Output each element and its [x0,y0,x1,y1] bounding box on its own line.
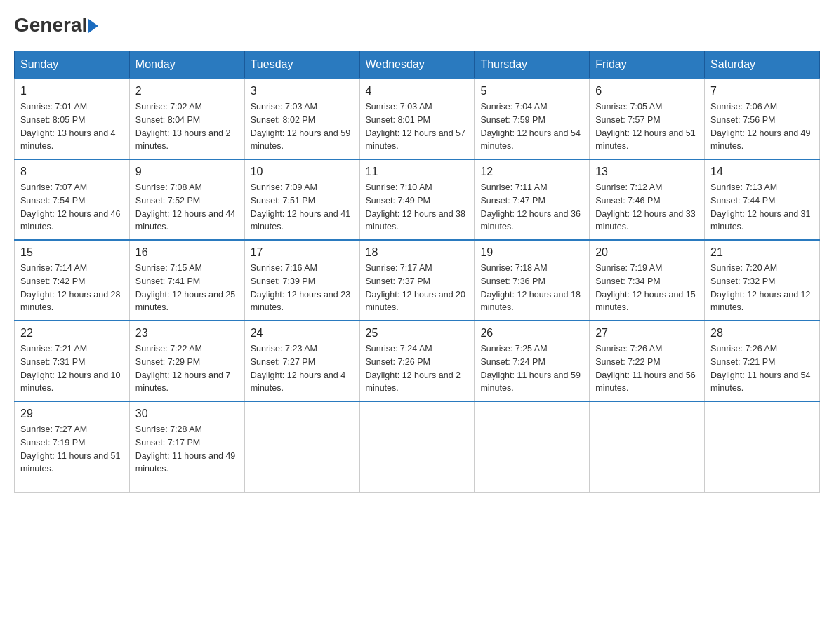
day-info: Sunrise: 7:10 AMSunset: 7:49 PMDaylight:… [366,182,465,232]
day-info: Sunrise: 7:25 AMSunset: 7:24 PMDaylight:… [480,344,580,393]
day-number: 21 [710,246,814,259]
day-number: 27 [595,327,699,340]
day-number: 25 [366,327,469,340]
calendar-cell: 29 Sunrise: 7:27 AMSunset: 7:19 PMDaylig… [15,401,130,492]
calendar-cell: 1 Sunrise: 7:01 AMSunset: 8:05 PMDayligh… [15,79,130,159]
calendar-cell: 15 Sunrise: 7:14 AMSunset: 7:42 PMDaylig… [15,240,130,321]
day-info: Sunrise: 7:19 AMSunset: 7:34 PMDaylight:… [595,263,695,312]
day-number: 3 [251,85,354,98]
day-number: 7 [710,85,814,98]
day-info: Sunrise: 7:06 AMSunset: 7:56 PMDaylight:… [710,102,810,151]
day-info: Sunrise: 7:02 AMSunset: 8:04 PMDaylight:… [135,102,231,151]
day-info: Sunrise: 7:12 AMSunset: 7:46 PMDaylight:… [595,182,695,232]
day-number: 17 [251,246,354,259]
calendar-cell [705,401,820,492]
calendar-cell: 28 Sunrise: 7:26 AMSunset: 7:21 PMDaylig… [705,321,820,401]
logo-arrow-icon [88,19,98,33]
day-info: Sunrise: 7:13 AMSunset: 7:44 PMDaylight:… [710,182,810,232]
calendar-cell: 24 Sunrise: 7:23 AMSunset: 7:27 PMDaylig… [244,321,359,401]
day-number: 20 [595,246,699,259]
header-tuesday: Tuesday [244,51,359,79]
calendar-cell: 13 Sunrise: 7:12 AMSunset: 7:46 PMDaylig… [590,159,705,240]
day-number: 28 [710,327,814,340]
week-row-4: 22 Sunrise: 7:21 AMSunset: 7:31 PMDaylig… [15,321,820,401]
calendar-cell: 7 Sunrise: 7:06 AMSunset: 7:56 PMDayligh… [705,79,820,159]
calendar-cell: 16 Sunrise: 7:15 AMSunset: 7:41 PMDaylig… [129,240,244,321]
calendar-cell: 2 Sunrise: 7:02 AMSunset: 8:04 PMDayligh… [129,79,244,159]
calendar-cell: 18 Sunrise: 7:17 AMSunset: 7:37 PMDaylig… [359,240,475,321]
day-info: Sunrise: 7:27 AMSunset: 7:19 PMDaylight:… [20,424,120,474]
logo-general: General [14,14,87,36]
week-row-2: 8 Sunrise: 7:07 AMSunset: 7:54 PMDayligh… [15,159,820,240]
logo-text: General [14,14,98,36]
calendar-cell: 9 Sunrise: 7:08 AMSunset: 7:52 PMDayligh… [129,159,244,240]
calendar-cell: 26 Sunrise: 7:25 AMSunset: 7:24 PMDaylig… [475,321,590,401]
calendar-cell [244,401,359,492]
day-number: 29 [20,408,124,420]
day-info: Sunrise: 7:17 AMSunset: 7:37 PMDaylight:… [366,263,465,312]
day-info: Sunrise: 7:24 AMSunset: 7:26 PMDaylight:… [366,344,461,393]
day-number: 4 [366,85,469,98]
day-number: 5 [480,85,583,98]
day-number: 1 [20,85,124,98]
calendar-cell: 11 Sunrise: 7:10 AMSunset: 7:49 PMDaylig… [359,159,475,240]
day-number: 23 [135,327,239,340]
day-number: 16 [135,246,239,259]
day-number: 9 [135,166,239,178]
day-number: 15 [20,246,124,259]
day-info: Sunrise: 7:18 AMSunset: 7:36 PMDaylight:… [480,263,580,312]
day-number: 8 [20,166,124,178]
day-info: Sunrise: 7:16 AMSunset: 7:39 PMDaylight:… [251,263,350,312]
week-row-5: 29 Sunrise: 7:27 AMSunset: 7:19 PMDaylig… [15,401,820,492]
calendar-cell: 12 Sunrise: 7:11 AMSunset: 7:47 PMDaylig… [475,159,590,240]
day-info: Sunrise: 7:04 AMSunset: 7:59 PMDaylight:… [480,102,580,151]
calendar-cell: 10 Sunrise: 7:09 AMSunset: 7:51 PMDaylig… [244,159,359,240]
day-number: 19 [480,246,583,259]
header-wednesday: Wednesday [359,51,475,79]
day-info: Sunrise: 7:26 AMSunset: 7:22 PMDaylight:… [595,344,695,393]
day-number: 6 [595,85,699,98]
day-info: Sunrise: 7:09 AMSunset: 7:51 PMDaylight:… [251,182,350,232]
day-info: Sunrise: 7:03 AMSunset: 8:02 PMDaylight:… [251,102,350,151]
calendar-table: Sunday Monday Tuesday Wednesday Thursday… [14,51,820,493]
day-number: 24 [251,327,354,340]
header-saturday: Saturday [705,51,820,79]
day-info: Sunrise: 7:01 AMSunset: 8:05 PMDaylight:… [20,102,116,151]
day-info: Sunrise: 7:07 AMSunset: 7:54 PMDaylight:… [20,182,120,232]
day-number: 11 [366,166,469,178]
day-number: 14 [710,166,814,178]
logo: General [14,14,98,36]
calendar-cell: 8 Sunrise: 7:07 AMSunset: 7:54 PMDayligh… [15,159,130,240]
weekday-header-row: Sunday Monday Tuesday Wednesday Thursday… [15,51,820,79]
day-number: 2 [135,85,239,98]
day-info: Sunrise: 7:03 AMSunset: 8:01 PMDaylight:… [366,102,465,151]
calendar-cell: 25 Sunrise: 7:24 AMSunset: 7:26 PMDaylig… [359,321,475,401]
header-sunday: Sunday [15,51,130,79]
calendar-cell: 14 Sunrise: 7:13 AMSunset: 7:44 PMDaylig… [705,159,820,240]
calendar-cell: 3 Sunrise: 7:03 AMSunset: 8:02 PMDayligh… [244,79,359,159]
calendar-cell: 17 Sunrise: 7:16 AMSunset: 7:39 PMDaylig… [244,240,359,321]
calendar-cell: 19 Sunrise: 7:18 AMSunset: 7:36 PMDaylig… [475,240,590,321]
week-row-1: 1 Sunrise: 7:01 AMSunset: 8:05 PMDayligh… [15,79,820,159]
day-number: 22 [20,327,124,340]
calendar-cell: 20 Sunrise: 7:19 AMSunset: 7:34 PMDaylig… [590,240,705,321]
calendar-cell: 23 Sunrise: 7:22 AMSunset: 7:29 PMDaylig… [129,321,244,401]
page-header: General [14,14,820,36]
calendar-cell: 21 Sunrise: 7:20 AMSunset: 7:32 PMDaylig… [705,240,820,321]
day-info: Sunrise: 7:26 AMSunset: 7:21 PMDaylight:… [710,344,810,393]
calendar-cell: 27 Sunrise: 7:26 AMSunset: 7:22 PMDaylig… [590,321,705,401]
calendar-cell [359,401,475,492]
calendar-cell: 22 Sunrise: 7:21 AMSunset: 7:31 PMDaylig… [15,321,130,401]
week-row-3: 15 Sunrise: 7:14 AMSunset: 7:42 PMDaylig… [15,240,820,321]
day-info: Sunrise: 7:11 AMSunset: 7:47 PMDaylight:… [480,182,580,232]
day-info: Sunrise: 7:08 AMSunset: 7:52 PMDaylight:… [135,182,235,232]
day-info: Sunrise: 7:15 AMSunset: 7:41 PMDaylight:… [135,263,235,312]
day-number: 30 [135,408,239,420]
day-info: Sunrise: 7:21 AMSunset: 7:31 PMDaylight:… [20,344,120,393]
calendar-cell: 5 Sunrise: 7:04 AMSunset: 7:59 PMDayligh… [475,79,590,159]
calendar-cell: 4 Sunrise: 7:03 AMSunset: 8:01 PMDayligh… [359,79,475,159]
header-thursday: Thursday [475,51,590,79]
header-monday: Monday [129,51,244,79]
calendar-cell [590,401,705,492]
day-info: Sunrise: 7:20 AMSunset: 7:32 PMDaylight:… [710,263,810,312]
